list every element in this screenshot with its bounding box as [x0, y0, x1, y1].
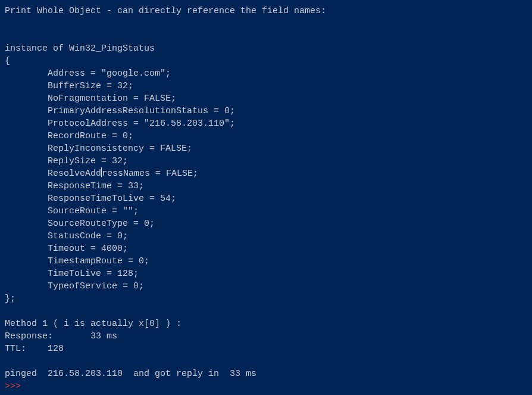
terminal-output[interactable]: Print Whole Object - can directly refere…	[5, 5, 527, 393]
instance-line: instance of Win32_PingStatus	[5, 43, 155, 54]
field-nofragmentation: NoFragmentation = FALSE;	[5, 94, 176, 104]
open-brace: {	[5, 56, 10, 66]
field-sourceroute: SourceRoute = "";	[5, 206, 139, 216]
field-address: Address = "google.com";	[5, 69, 171, 79]
field-responsettl: ResponseTimeToLive = 54;	[5, 194, 176, 204]
close-brace: };	[5, 294, 15, 304]
method1-header: Method 1 ( i is actually x[0] ) :	[5, 319, 181, 329]
response-line: Response: 33 ms	[5, 331, 117, 341]
ttl-result-line: TTL: 128	[5, 344, 64, 354]
field-timestamproute: TimestampRoute = 0;	[5, 256, 149, 266]
text-cursor	[101, 167, 102, 177]
field-buffersize: BufferSize = 32;	[5, 81, 133, 91]
field-resolve-before: ResolveAdd	[5, 169, 101, 179]
field-primaryaddress: PrimaryAddressResolutionStatus = 0;	[5, 106, 235, 116]
field-resolve-after: ressNames = FALSE;	[102, 169, 198, 179]
field-timetolive: TimeToLive = 128;	[5, 269, 139, 279]
field-timeout: Timeout = 4000;	[5, 244, 128, 254]
field-sourceroutetype: SourceRouteType = 0;	[5, 219, 155, 229]
pinged-line: pinged 216.58.203.110 and got reply in 3…	[5, 369, 256, 379]
header-line: Print Whole Object - can directly refere…	[5, 6, 326, 16]
field-statuscode: StatusCode = 0;	[5, 231, 128, 241]
field-typeofservice: TypeofService = 0;	[5, 281, 144, 291]
field-protocoladdress: ProtocolAddress = "216.58.203.110";	[5, 119, 235, 129]
field-replysize: ReplySize = 32;	[5, 156, 128, 166]
field-responsetime: ResponseTime = 33;	[5, 181, 144, 191]
field-recordroute: RecordRoute = 0;	[5, 131, 133, 141]
prompt[interactable]: >>>	[5, 381, 21, 391]
field-replyinconsistency: ReplyInconsistency = FALSE;	[5, 144, 192, 154]
